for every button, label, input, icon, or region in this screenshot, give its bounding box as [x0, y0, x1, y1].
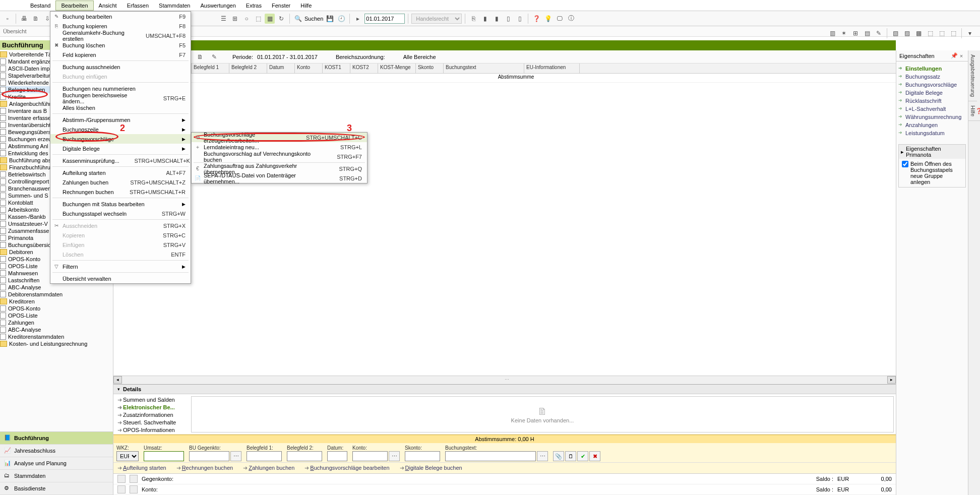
props-item[interactable]: Einstellungen	[898, 65, 966, 73]
info-icon[interactable]: ⓘ	[566, 14, 576, 24]
circle-icon[interactable]: ○	[241, 14, 252, 24]
scroll-left-icon[interactable]: ◂	[113, 376, 122, 384]
note-icon[interactable]: 🗒	[565, 451, 576, 461]
props-item[interactable]: Währungsumrechnung	[898, 113, 966, 121]
save-search-icon[interactable]: 💾	[325, 14, 335, 24]
t2-3-icon[interactable]: ⊞	[850, 28, 861, 38]
sidetab-hilfe[interactable]: ❓Hilfe	[968, 101, 980, 121]
screen-icon[interactable]: 🖵	[555, 14, 565, 24]
nav-back-icon[interactable]: ▸	[353, 14, 363, 24]
wkz-select[interactable]: EUR	[116, 451, 139, 461]
props-item[interactable]: Rücklastschrift	[898, 97, 966, 105]
grid-col-header[interactable]: Konto	[295, 64, 323, 73]
menu-item[interactable]: Buchungsvorschläge▶	[50, 134, 191, 144]
grid-col-header[interactable]: Skonto	[416, 64, 444, 73]
db1-icon[interactable]: ▮	[480, 14, 490, 24]
bulb-icon[interactable]: 💡	[543, 14, 553, 24]
menu-item[interactable]: Kassenminusprüfung...STRG+UMSCHALT+K	[50, 156, 191, 165]
details-header[interactable]: ▾ Details	[113, 385, 896, 394]
t2-10-icon[interactable]: ⬚	[937, 28, 947, 38]
datum-input[interactable]	[327, 451, 347, 461]
menu-stammdaten[interactable]: Stammdaten	[154, 1, 195, 10]
grid-col-header[interactable]: KOST2	[350, 64, 378, 73]
props-item[interactable]: Digitale Belege	[898, 89, 966, 97]
link-item[interactable]: ➜Zahlungen buchen	[243, 465, 294, 471]
menu-auswertungen[interactable]: Auswertungen	[195, 1, 240, 10]
db3-icon[interactable]: ▯	[503, 14, 513, 24]
navstack-analyse[interactable]: 📊Analyse und Planung	[0, 457, 113, 470]
details-nav-item[interactable]: ➜Summen und Salden	[117, 396, 185, 404]
grid-col-header[interactable]: KOST1	[323, 64, 350, 73]
props-item[interactable]: Anzahlungen	[898, 121, 966, 129]
t2-1-icon[interactable]: ▥	[827, 28, 837, 38]
props-item[interactable]: Leistungsdatum	[898, 129, 966, 137]
acct-icon1[interactable]	[117, 475, 126, 483]
menu-item[interactable]: Rechnungen buchenSTRG+UMSCHALT+R	[50, 187, 191, 197]
menu-item[interactable]: Generalumkehr-Buchung erstellenUMSCHALT+…	[50, 31, 191, 40]
menu-item[interactable]: ⚙Buchungsvorschläge erzeugen/bearbeiten.…	[192, 133, 367, 142]
props-close-icon[interactable]: ×	[958, 53, 965, 59]
navstack-buchfuehrung[interactable]: 📘Buchführung	[0, 432, 113, 445]
tree-node[interactable]: Debitorenstammdaten	[0, 291, 113, 298]
menu-item[interactable]: Buchungsstapel wechselnSTRG+W	[50, 209, 191, 218]
btext-input[interactable]	[445, 451, 536, 461]
link-item[interactable]: ➜Buchungsvorschläge bearbeiten	[304, 465, 389, 471]
menu-extras[interactable]: Extras	[241, 1, 267, 10]
db4-icon[interactable]: ▯	[515, 14, 525, 24]
menu-item[interactable]: Buchungsvorschlag auf Verrechnungskonto …	[192, 152, 367, 161]
menu-item[interactable]: Feld kopierenF7	[50, 50, 191, 59]
bugk-lookup-icon[interactable]: ⋯	[230, 451, 241, 461]
menu-item[interactable]: Aufteilung startenALT+F7	[50, 168, 191, 177]
tree-node[interactable]: Zahlungen	[0, 319, 113, 326]
t2-5-icon[interactable]: ✎	[874, 28, 884, 38]
collapse-icon[interactable]: ▾	[117, 387, 120, 392]
refresh-icon[interactable]: ↻	[276, 14, 286, 24]
tree-node[interactable]: ABC-Analyse	[0, 326, 113, 333]
tree-node[interactable]: OPOS-Konto	[0, 305, 113, 312]
list-icon[interactable]: ☰	[218, 14, 228, 24]
navstack-jahresabschluss[interactable]: 📈Jahresabschluss	[0, 445, 113, 457]
menu-bearbeiten[interactable]: Bearbeiten	[55, 1, 93, 11]
menu-item[interactable]: ▽Filtern▶	[50, 262, 191, 271]
bf2-input[interactable]	[287, 451, 322, 461]
compliance-dropdown[interactable]: Handelsrecht	[411, 14, 462, 24]
link-item[interactable]: ➜Digitale Belege buchen	[400, 465, 462, 471]
new-icon[interactable]: ▫	[3, 14, 13, 24]
acct-icon1[interactable]	[117, 485, 126, 493]
tree-node[interactable]: ABC-Analyse	[0, 284, 113, 291]
link-item[interactable]: ➜Rechnungen buchen	[176, 465, 233, 471]
menu-erfassen[interactable]: Erfassen	[122, 1, 154, 10]
props-item[interactable]: L+L-Sachverhalt	[898, 105, 966, 113]
menu-fenster[interactable]: Fenster	[267, 1, 295, 10]
expand-icon[interactable]: ▸	[901, 149, 904, 155]
t2-8-icon[interactable]: ▩	[913, 28, 924, 38]
grid-col-header[interactable]: KOST-Menge	[378, 64, 416, 73]
menu-item[interactable]: Buchungen bereichsweise ändern...STRG+E	[50, 93, 191, 103]
menu-ansicht[interactable]: Ansicht	[94, 1, 122, 10]
menu-bestand[interactable]: Bestand	[25, 1, 55, 10]
grid-col-header[interactable]: Datum	[267, 64, 295, 73]
btext-lookup-icon[interactable]: ⋯	[537, 451, 548, 461]
acct-icon2[interactable]	[130, 485, 138, 493]
menu-item[interactable]: Alles löschen	[50, 103, 191, 112]
preview-icon[interactable]: 🗎	[31, 14, 41, 24]
scroll-right-icon[interactable]: ▸	[887, 376, 896, 384]
tree-node[interactable]: Kosten- und Leistungsrechnung	[0, 340, 113, 347]
menu-item[interactable]: Zahlungen buchenSTRG+UMSCHALT+Z	[50, 177, 191, 187]
t2-7-icon[interactable]: ▨	[902, 28, 912, 38]
t2-12-icon[interactable]: ▾	[965, 28, 975, 38]
konto-input[interactable]	[352, 451, 388, 461]
bf1-input[interactable]	[247, 451, 282, 461]
t2-6-icon[interactable]: ▧	[890, 28, 900, 38]
menu-item[interactable]: Buchung ausschneiden	[50, 62, 191, 72]
ctx-icon2[interactable]: 🗎	[195, 52, 205, 62]
grid-col-header[interactable]: Buchungstext	[444, 64, 524, 73]
menu-hilfe[interactable]: Hilfe	[295, 1, 317, 10]
search-icon[interactable]: 🔍	[293, 14, 303, 24]
props-item[interactable]: Buchungsvorschläge	[898, 81, 966, 89]
bugk-input[interactable]	[189, 451, 229, 461]
details-nav-item[interactable]: ➜Zusatzinformationen	[117, 411, 185, 419]
props-pin-icon[interactable]: 📌	[951, 52, 958, 59]
grid-col-header[interactable]: Belegfeld 2	[229, 64, 267, 73]
sidetab-ausgabe[interactable]: Ausgabesteuerung	[968, 50, 977, 101]
